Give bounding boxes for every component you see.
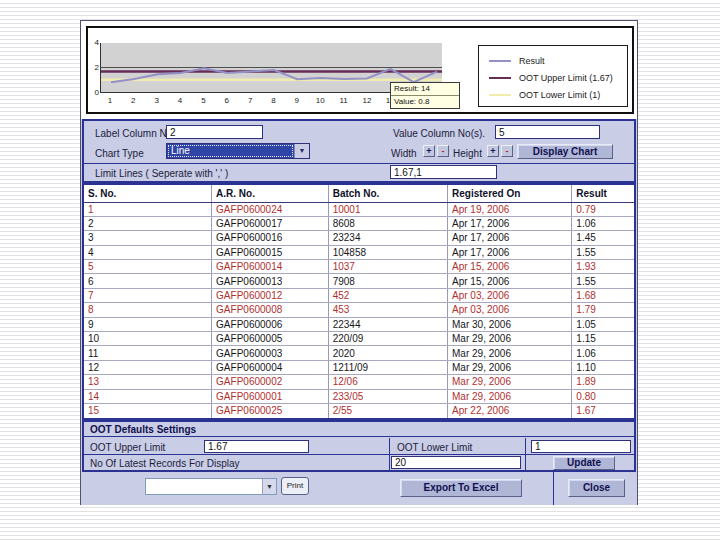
table-header-row: S. No. A.R. No. Batch No. Registered On …: [84, 185, 634, 202]
cell-registered-on: Apr 19, 2006: [448, 202, 572, 216]
x-axis-label: 7: [248, 96, 252, 105]
cell-result: 0.79: [572, 202, 634, 216]
cell-registered-on: Apr 03, 2006: [448, 288, 572, 302]
col-s-no: S. No.: [84, 185, 212, 202]
table-row: 2GAFP06000178608Apr 17, 20061.06: [84, 216, 634, 230]
legend-swatch: [489, 77, 511, 79]
table-row: 15GAFP06000252/55Apr 22, 20061.67: [84, 403, 634, 417]
cell-batch-no: 104858: [328, 245, 447, 259]
cell-ar-no: GAFP0600017: [212, 216, 329, 230]
report-dropdown[interactable]: ▼: [145, 478, 277, 495]
chart-type-selected-value: Line: [167, 144, 294, 158]
cell-ar-no: GAFP0600002: [212, 375, 329, 389]
cell-ar-no: GAFP0600003: [212, 346, 329, 360]
legend-item: OOT Lower Limit (1): [489, 86, 627, 103]
cell-ar-no: GAFP0600013: [212, 274, 329, 288]
cell-s-no: 7: [84, 288, 212, 302]
table-row: 6GAFP06000137908Apr 15, 20061.55: [84, 274, 634, 288]
width-decrease-button[interactable]: -: [437, 145, 449, 157]
cell-s-no: 8: [84, 303, 212, 317]
x-axis-label: 11: [339, 96, 347, 105]
chevron-down-icon[interactable]: ▼: [294, 144, 309, 158]
legend-swatch: [489, 94, 511, 96]
cell-result: 1.68: [572, 288, 634, 302]
export-to-excel-button[interactable]: Export To Excel: [400, 479, 522, 497]
print-button[interactable]: Print: [281, 477, 309, 495]
label-column-input[interactable]: [166, 125, 263, 139]
cell-s-no: 1: [84, 202, 212, 216]
width-increase-button[interactable]: +: [423, 145, 435, 157]
cell-result: 1.79: [572, 303, 634, 317]
cell-batch-no: 220/09: [328, 332, 447, 346]
oot-defaults-title: OOT Defaults Settings: [84, 422, 634, 437]
cell-batch-no: 1211/09: [328, 360, 447, 374]
chevron-down-icon[interactable]: ▼: [262, 479, 276, 494]
cell-batch-no: 22344: [328, 317, 447, 331]
table-row: 12GAFP06000041211/09Mar 29, 20061.10: [84, 360, 634, 374]
records-display-input[interactable]: [391, 456, 521, 469]
x-axis-label: 4: [178, 96, 182, 105]
x-axis-label: 6: [225, 96, 229, 105]
cell-s-no: 5: [84, 260, 212, 274]
legend-label: OOT Lower Limit (1): [519, 90, 600, 100]
col-ar-no: A.R. No.: [212, 185, 329, 202]
cell-ar-no: GAFP0600006: [212, 317, 329, 331]
cell-result: 1.55: [572, 274, 634, 288]
cell-ar-no: GAFP0600005: [212, 332, 329, 346]
tooltip-result: Result: 14: [391, 83, 459, 96]
cell-batch-no: 12/06: [328, 375, 447, 389]
x-axis-label: 5: [201, 96, 205, 105]
display-chart-button[interactable]: Display Chart: [517, 144, 613, 159]
close-button[interactable]: Close: [568, 479, 625, 497]
cell-s-no: 11: [84, 346, 212, 360]
oot-divider-horizontal: [84, 454, 634, 455]
x-axis-label: 9: [295, 96, 299, 105]
oot-chart-dialog: 4 2 0 123456789101112131415 ResultOOT Up…: [80, 20, 638, 505]
x-axis-label: 8: [271, 96, 275, 105]
results-table: S. No. A.R. No. Batch No. Registered On …: [84, 185, 634, 418]
height-increase-button[interactable]: +: [487, 145, 499, 157]
table-row: 13GAFP060000212/06Mar 29, 20061.89: [84, 375, 634, 389]
cell-s-no: 10: [84, 332, 212, 346]
oot-upper-limit-input[interactable]: [204, 440, 309, 453]
cell-ar-no: GAFP0600015: [212, 245, 329, 259]
cell-batch-no: 8608: [328, 216, 447, 230]
cell-result: 1.10: [572, 360, 634, 374]
oot-lower-limit-input[interactable]: [531, 440, 631, 453]
footer-bar: ▼ Print Export To Excel Close: [81, 472, 637, 505]
results-table-body: 1GAFP060002410001Apr 19, 20060.792GAFP06…: [84, 202, 634, 418]
table-row: 7GAFP0600012452Apr 03, 20061.68: [84, 288, 634, 302]
cell-registered-on: Apr 17, 2006: [448, 245, 572, 259]
tooltip-value: Value: 0.8: [391, 96, 459, 108]
cell-registered-on: Apr 03, 2006: [448, 303, 572, 317]
cell-registered-on: Mar 29, 2006: [448, 360, 572, 374]
table-row: 8GAFP0600008453Apr 03, 20061.79: [84, 303, 634, 317]
chart-type-label: Chart Type: [95, 148, 144, 159]
height-decrease-button[interactable]: -: [501, 145, 513, 157]
cell-registered-on: Apr 17, 2006: [448, 216, 572, 230]
oot-defaults-panel: OOT Defaults Settings OOT Upper Limit OO…: [82, 420, 636, 472]
footer-divider: [553, 472, 554, 505]
oot-upper-limit-label: OOT Upper Limit: [90, 442, 165, 453]
x-axis-label: 2: [131, 96, 135, 105]
cell-batch-no: 233/05: [328, 389, 447, 403]
chart-strip: 4 2 0 123456789101112131415 ResultOOT Up…: [81, 21, 637, 119]
height-label: Height: [453, 148, 482, 159]
chart-tooltip: Result: 14 Value: 0.8: [390, 82, 460, 109]
cell-result: 1.67: [572, 403, 634, 417]
x-axis-label: 12: [362, 96, 371, 105]
cell-batch-no: 10001: [328, 202, 447, 216]
value-column-input[interactable]: [495, 125, 600, 139]
cell-ar-no: GAFP0600025: [212, 403, 329, 417]
update-button[interactable]: Update: [553, 456, 615, 470]
cell-result: 1.93: [572, 260, 634, 274]
x-axis-label: 1: [108, 96, 112, 105]
limit-lines-input[interactable]: [390, 165, 497, 179]
cell-registered-on: Apr 15, 2006: [448, 260, 572, 274]
cell-result: 0.80: [572, 389, 634, 403]
chart-type-select[interactable]: Line ▼: [166, 143, 310, 159]
cell-ar-no: GAFP0600024: [212, 202, 329, 216]
table-row: 9GAFP060000622344Mar 30, 20061.05: [84, 317, 634, 331]
cell-s-no: 15: [84, 403, 212, 417]
legend-item: OOT Upper Limit (1.67): [489, 69, 627, 86]
